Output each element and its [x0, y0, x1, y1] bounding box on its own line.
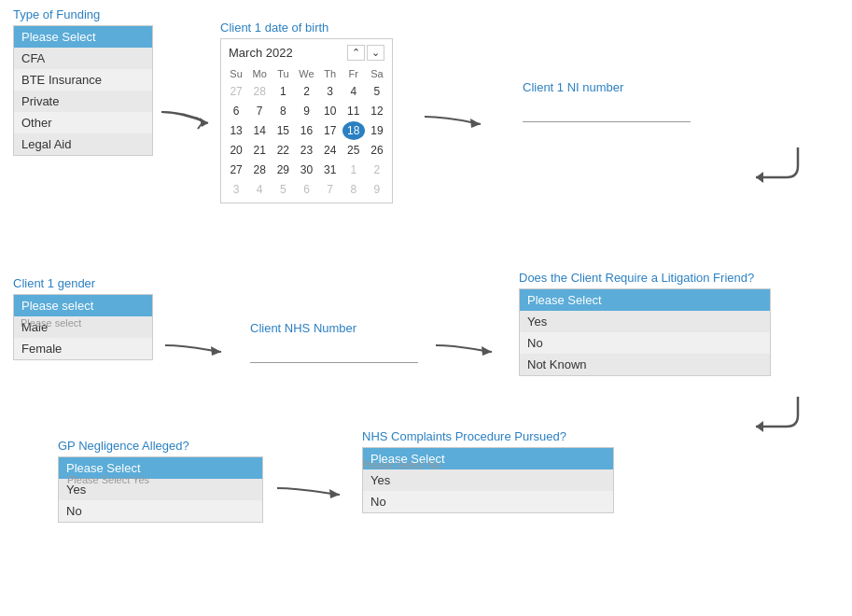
- client-dob-section: Client 1 date of birth March 2022 ⌃ ⌄ Su…: [220, 21, 393, 203]
- type-of-funding-label: Type of Funding: [13, 7, 153, 21]
- calendar-day[interactable]: 24: [319, 141, 342, 160]
- client-ni-input[interactable]: [523, 104, 691, 122]
- calendar-day[interactable]: 22: [272, 141, 294, 160]
- dropdown-item[interactable]: Not Known: [520, 354, 770, 375]
- calendar-day[interactable]: 16: [295, 121, 317, 140]
- calendar-day-header: Mo: [248, 66, 271, 81]
- dropdown-item[interactable]: Private: [14, 91, 152, 112]
- dropdown-item[interactable]: Other: [14, 112, 152, 133]
- calendar-day[interactable]: 29: [272, 161, 294, 179]
- dropdown-item[interactable]: No: [363, 491, 613, 512]
- calendar-day[interactable]: 28: [248, 82, 271, 101]
- calendar-day[interactable]: 21: [248, 141, 271, 160]
- dropdown-item[interactable]: CFA: [14, 48, 152, 69]
- calendar-day[interactable]: 1: [272, 82, 294, 101]
- calendar-day[interactable]: 8: [272, 102, 294, 120]
- dropdown-item[interactable]: Yes: [520, 311, 770, 332]
- dropdown-item[interactable]: Legal Aid: [14, 133, 152, 155]
- calendar-day[interactable]: 6: [295, 180, 317, 199]
- calendar-day[interactable]: 2: [366, 161, 388, 179]
- nhs-complaints-section: NHS Complaints Procedure Pursued? Please…: [362, 429, 614, 513]
- dropdown-item[interactable]: No: [59, 500, 262, 522]
- svg-marker-2: [756, 172, 763, 183]
- gp-negligence-label: GP Negligence Alleged?: [58, 439, 263, 453]
- calendar-day-header: Fr: [342, 66, 365, 81]
- calendar-day[interactable]: 9: [366, 180, 388, 199]
- calendar-day[interactable]: 13: [225, 121, 247, 140]
- calendar-day[interactable]: 28: [248, 161, 271, 179]
- calendar-day[interactable]: 6: [225, 102, 247, 120]
- dropdown-item[interactable]: Yes: [363, 469, 613, 491]
- annotation-yes: Please Select Yes: [67, 474, 149, 485]
- calendar-day[interactable]: 18: [342, 121, 365, 140]
- calendar-month: March 2022: [229, 46, 293, 60]
- client-nhs-label: Client NHS Number: [250, 321, 418, 335]
- calendar-next-btn[interactable]: ⌄: [367, 45, 384, 61]
- arrow-2: [420, 98, 495, 138]
- annotation-no: Please Select No: [362, 459, 440, 470]
- calendar-header: March 2022 ⌃ ⌄: [225, 43, 388, 63]
- client-dob-label: Client 1 date of birth: [220, 21, 393, 35]
- calendar-day[interactable]: 4: [248, 180, 271, 199]
- client-ni-label: Client 1 NI number: [523, 80, 691, 94]
- client-nhs-input[interactable]: [250, 344, 418, 363]
- calendar-day[interactable]: 3: [225, 180, 247, 199]
- calendar-day[interactable]: 2: [295, 82, 317, 101]
- calendar-day[interactable]: 20: [225, 141, 247, 160]
- calendar-day[interactable]: 14: [248, 121, 271, 140]
- calendar-nav[interactable]: ⌃ ⌄: [347, 45, 384, 61]
- annotation-select: Please select: [21, 317, 81, 329]
- calendar-day-header: Th: [319, 66, 342, 81]
- calendar-day[interactable]: 19: [366, 121, 388, 140]
- arrow-5: [272, 474, 352, 510]
- calendar-day[interactable]: 9: [295, 102, 317, 120]
- arrow-3: [161, 331, 235, 367]
- calendar-grid: SuMoTuWeThFrSa27281234567891011121314151…: [225, 66, 388, 199]
- calendar-day-header: Tu: [272, 66, 294, 81]
- calendar-day[interactable]: 5: [366, 82, 388, 101]
- litigation-friend-label: Does the Client Require a Litigation Fri…: [519, 271, 761, 285]
- litigation-friend-dropdown[interactable]: Please SelectYesNoNot Known: [519, 288, 771, 376]
- calendar: March 2022 ⌃ ⌄ SuMoTuWeThFrSa27281234567…: [220, 38, 393, 203]
- calendar-day[interactable]: 15: [272, 121, 294, 140]
- calendar-day-header: We: [295, 66, 317, 81]
- calendar-day[interactable]: 27: [225, 161, 247, 179]
- calendar-day[interactable]: 25: [342, 141, 365, 160]
- calendar-day[interactable]: 4: [342, 82, 365, 101]
- calendar-day[interactable]: 12: [366, 102, 388, 120]
- calendar-day[interactable]: 7: [248, 102, 271, 120]
- calendar-prev-btn[interactable]: ⌃: [347, 45, 365, 61]
- dropdown-item[interactable]: No: [520, 332, 770, 354]
- calendar-day[interactable]: 17: [319, 121, 342, 140]
- dropdown-item[interactable]: Please Select: [14, 26, 152, 48]
- type-of-funding-dropdown[interactable]: Please SelectCFABTE InsurancePrivateOthe…: [13, 25, 153, 156]
- dropdown-item[interactable]: Female: [14, 338, 152, 359]
- calendar-day[interactable]: 30: [295, 161, 317, 179]
- dropdown-item[interactable]: Please Select: [520, 289, 770, 311]
- calendar-day[interactable]: 3: [319, 82, 342, 101]
- calendar-day-header: Sa: [366, 66, 388, 81]
- calendar-day[interactable]: 31: [319, 161, 342, 179]
- calendar-day[interactable]: 5: [272, 180, 294, 199]
- arrow-4: [431, 331, 506, 367]
- calendar-day[interactable]: 8: [342, 180, 365, 199]
- calendar-day[interactable]: 26: [366, 141, 388, 160]
- calendar-day[interactable]: 1: [342, 161, 365, 179]
- return-arrow-2: [747, 387, 807, 437]
- type-of-funding-section: Type of Funding Please SelectCFABTE Insu…: [13, 7, 153, 156]
- calendar-day[interactable]: 27: [225, 82, 247, 101]
- nhs-complaints-dropdown[interactable]: Please SelectYesNo: [362, 447, 614, 513]
- calendar-day[interactable]: 23: [295, 141, 317, 160]
- client-gender-label: Client 1 gender: [13, 276, 153, 290]
- nhs-complaints-label: NHS Complaints Procedure Pursued?: [362, 429, 614, 443]
- return-arrow-1: [747, 138, 807, 188]
- calendar-day[interactable]: 11: [342, 102, 365, 120]
- client-nhs-section: Client NHS Number: [250, 321, 418, 363]
- svg-marker-5: [756, 421, 763, 432]
- calendar-day[interactable]: 7: [319, 180, 342, 199]
- calendar-day[interactable]: 10: [319, 102, 342, 120]
- calendar-day-header: Su: [225, 66, 247, 81]
- gp-negligence-dropdown[interactable]: Please SelectYesNo: [58, 456, 263, 523]
- dropdown-item[interactable]: BTE Insurance: [14, 69, 152, 91]
- dropdown-item[interactable]: Please select: [14, 295, 152, 316]
